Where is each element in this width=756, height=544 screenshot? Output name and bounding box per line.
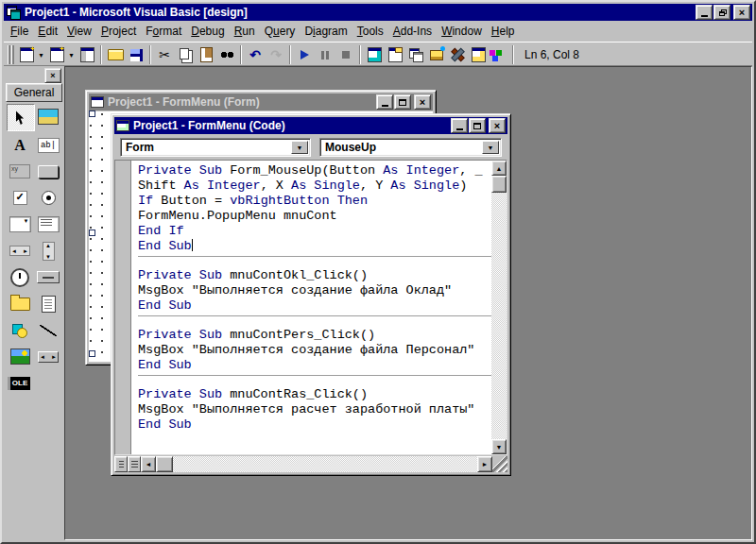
toolbox-drivelistbox[interactable] xyxy=(35,264,61,290)
add-project-icon[interactable] xyxy=(17,45,36,64)
undo-icon[interactable] xyxy=(246,45,265,64)
menu-editor-icon[interactable] xyxy=(77,45,96,64)
menu-window[interactable]: Window xyxy=(437,23,487,40)
form-maximize-button[interactable] xyxy=(394,94,411,110)
horizontal-scrollbar[interactable]: ◄ ► xyxy=(141,456,492,472)
menu-project[interactable]: Project xyxy=(96,23,141,40)
toolbox-image[interactable] xyxy=(7,344,33,369)
scroll-left-icon[interactable]: ◄ xyxy=(141,456,156,472)
toolbox-commandbutton[interactable] xyxy=(35,159,61,184)
toolbox-shape[interactable] xyxy=(7,317,33,343)
scroll-down-icon[interactable]: ▼ xyxy=(491,439,507,454)
toolbox-textbox[interactable]: ab| xyxy=(35,132,61,158)
toolbox-listbox[interactable] xyxy=(35,212,61,237)
horizontal-scrollbar-track[interactable] xyxy=(173,456,477,472)
toolbox-vscrollbar[interactable]: ▲▼ xyxy=(35,238,61,264)
save-project-icon[interactable] xyxy=(127,45,146,64)
add-form-dropdown-icon[interactable]: ▾ xyxy=(67,51,76,60)
selection-handle-top-left[interactable] xyxy=(89,110,95,117)
horizontal-scrollbar-thumb[interactable] xyxy=(156,456,173,472)
menu-edit[interactable]: Edit xyxy=(33,23,62,40)
code-line: Private Sub mnuContOkl_Click() xyxy=(138,268,491,283)
form-layout-icon[interactable] xyxy=(406,45,425,64)
toolbox-dirlistbox[interactable] xyxy=(7,291,33,316)
code-minimize-button[interactable] xyxy=(451,118,468,133)
menu-addins[interactable]: Add-Ins xyxy=(388,23,437,40)
scroll-right-icon[interactable]: ► xyxy=(477,456,492,472)
margin-indicator-bar[interactable] xyxy=(115,161,131,454)
restore-button[interactable] xyxy=(713,5,730,20)
toolbox-close-button[interactable]: × xyxy=(44,68,61,83)
procedure-dropdown-button[interactable]: ▼ xyxy=(482,141,499,154)
data-view-icon[interactable] xyxy=(469,45,488,64)
menu-run[interactable]: Run xyxy=(230,23,260,40)
toolbox-data[interactable]: ◄► xyxy=(35,344,61,369)
break-icon[interactable] xyxy=(316,45,335,64)
menu-help[interactable]: Help xyxy=(487,23,520,40)
toolbox-label[interactable]: A xyxy=(7,132,33,158)
scroll-up-icon[interactable]: ▲ xyxy=(491,161,507,176)
form-minimize-button[interactable] xyxy=(376,94,393,110)
code-window-icon xyxy=(116,120,129,131)
form-close-button[interactable]: × xyxy=(414,94,431,110)
project-explorer-icon[interactable] xyxy=(365,45,384,64)
close-button[interactable]: × xyxy=(733,5,750,20)
toolbox-ole[interactable]: OLE xyxy=(7,370,33,396)
full-module-view-button[interactable] xyxy=(128,456,141,472)
app-titlebar[interactable]: Project1 - Microsoft Visual Basic [desig… xyxy=(4,4,752,21)
toolbox-hscrollbar[interactable]: ◄► xyxy=(7,238,33,264)
toolbox-timer[interactable] xyxy=(7,264,33,290)
object-dropdown-button[interactable]: ▼ xyxy=(291,141,308,154)
redo-icon[interactable] xyxy=(266,45,285,64)
vertical-scrollbar-thumb[interactable] xyxy=(491,176,507,193)
code-line: End If xyxy=(138,224,491,239)
toolbox-tab-general[interactable]: General xyxy=(6,83,62,102)
menu-view[interactable]: View xyxy=(62,23,96,40)
copy-icon[interactable] xyxy=(176,45,195,64)
code-close-button[interactable]: × xyxy=(489,118,506,133)
ole-icon: OLE xyxy=(10,377,30,390)
selection-handle-bottom-left[interactable] xyxy=(89,350,95,357)
menu-diagram[interactable]: Diagram xyxy=(300,23,352,40)
toolbox-combobox[interactable] xyxy=(7,212,33,237)
resize-grip[interactable] xyxy=(492,456,507,472)
find-icon[interactable] xyxy=(217,45,236,64)
code-window[interactable]: Project1 - FormMenu (Code) × Form ▼ Mous… xyxy=(111,113,511,476)
toolbar-grab-handle[interactable] xyxy=(8,45,14,64)
object-browser-icon[interactable] xyxy=(427,45,446,64)
add-form-icon[interactable] xyxy=(47,45,66,64)
toolbox-line[interactable] xyxy=(35,317,61,343)
toolbox-pointer[interactable] xyxy=(7,104,35,131)
cut-icon[interactable] xyxy=(155,45,174,64)
add-project-dropdown-icon[interactable]: ▾ xyxy=(37,51,45,60)
properties-window-icon[interactable] xyxy=(386,45,404,64)
toolbox-filelistbox[interactable] xyxy=(35,291,61,316)
procedure-dropdown[interactable]: MouseUp ▼ xyxy=(319,138,502,157)
menu-query[interactable]: Query xyxy=(260,23,301,40)
end-icon[interactable] xyxy=(336,45,355,64)
toolbox-picturebox[interactable] xyxy=(35,104,61,129)
toolbox-optionbutton[interactable] xyxy=(35,185,61,211)
toolbox-icon[interactable] xyxy=(448,45,467,64)
form-window-titlebar[interactable]: Project1 - FormMenu (Form) × xyxy=(89,94,433,110)
code-editor[interactable]: Private Sub Form_MouseUp(Button As Integ… xyxy=(131,161,491,454)
menu-file[interactable]: File xyxy=(6,23,33,40)
code-window-titlebar[interactable]: Project1 - FormMenu (Code) × xyxy=(114,117,507,134)
toolbox-frame[interactable]: xy xyxy=(7,159,33,184)
paste-icon[interactable] xyxy=(197,45,215,64)
minimize-button[interactable] xyxy=(696,5,713,20)
code-maximize-button[interactable] xyxy=(469,118,486,133)
selection-handle-middle-left[interactable] xyxy=(89,230,95,236)
menu-tools[interactable]: Tools xyxy=(352,23,388,40)
vertical-scrollbar[interactable]: ▲ ▼ xyxy=(491,161,507,454)
start-icon[interactable] xyxy=(295,45,314,64)
dirlistbox-icon xyxy=(10,298,30,311)
menu-format[interactable]: Format xyxy=(141,23,186,40)
vertical-scrollbar-track[interactable] xyxy=(491,193,507,439)
menu-debug[interactable]: Debug xyxy=(186,23,229,40)
open-project-icon[interactable] xyxy=(106,45,125,64)
procedure-view-button[interactable] xyxy=(114,456,128,472)
component-manager-icon[interactable] xyxy=(490,45,508,64)
toolbox-checkbox[interactable] xyxy=(7,185,33,211)
object-dropdown[interactable]: Form ▼ xyxy=(120,138,311,157)
